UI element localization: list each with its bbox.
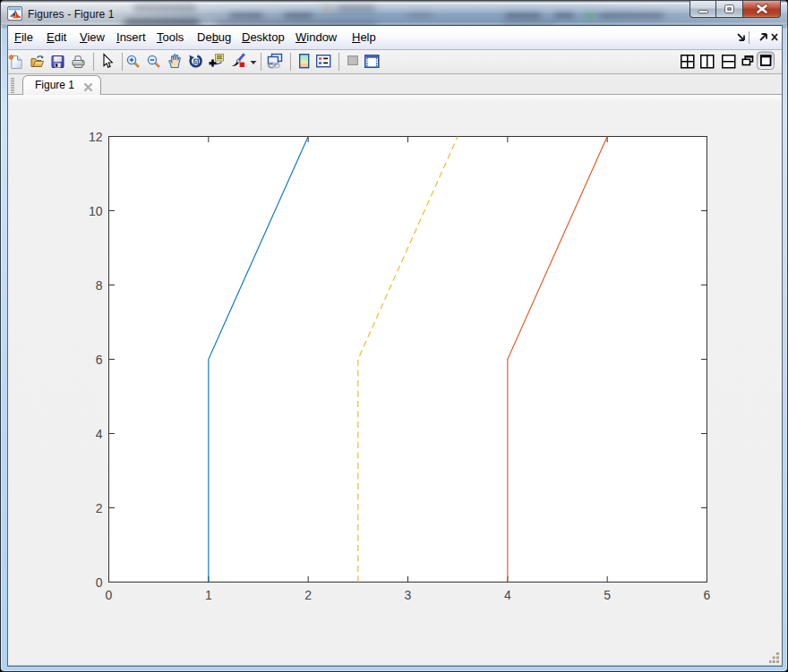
svg-text:2: 2 [96,501,103,515]
svg-text:1: 1 [205,588,212,602]
svg-text:4: 4 [504,588,511,602]
svg-text:4: 4 [96,427,103,441]
svg-text:8: 8 [96,278,103,293]
svg-text:6: 6 [96,353,103,367]
svg-text:12: 12 [89,130,103,144]
svg-text:0: 0 [96,575,103,590]
svg-text:2: 2 [304,588,312,602]
svg-text:6: 6 [704,588,711,602]
svg-text:3: 3 [405,588,412,602]
svg-text:0: 0 [106,588,113,602]
svg-text:5: 5 [604,588,611,602]
svg-text:10: 10 [89,204,103,218]
